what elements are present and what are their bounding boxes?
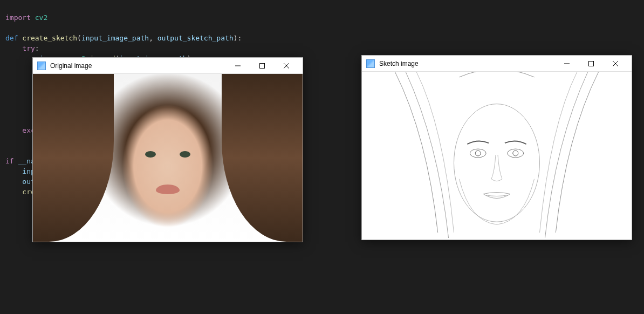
keyword-import: import bbox=[5, 13, 31, 22]
close-button[interactable] bbox=[603, 56, 627, 71]
title-bar[interactable]: Original image bbox=[33, 58, 303, 74]
svg-point-10 bbox=[475, 151, 481, 156]
svg-point-8 bbox=[454, 104, 540, 222]
window-title: Original image bbox=[50, 62, 225, 70]
portrait-photo bbox=[33, 74, 303, 242]
keyword-def: def bbox=[5, 34, 18, 42]
svg-point-9 bbox=[470, 149, 486, 158]
minimize-button[interactable] bbox=[225, 58, 250, 73]
maximize-button[interactable] bbox=[579, 56, 603, 71]
svg-point-12 bbox=[513, 151, 518, 156]
app-icon bbox=[366, 59, 375, 68]
app-icon bbox=[37, 62, 46, 70]
window-sketch-image[interactable]: Sketch image bbox=[361, 55, 632, 240]
svg-rect-1 bbox=[259, 63, 264, 68]
sketch-image-content bbox=[362, 72, 632, 240]
minimize-button[interactable] bbox=[554, 56, 579, 71]
maximize-button[interactable] bbox=[250, 58, 274, 73]
svg-rect-5 bbox=[588, 61, 593, 66]
keyword-try: try bbox=[22, 44, 35, 52]
close-button[interactable] bbox=[274, 58, 298, 73]
portrait-sketch bbox=[362, 72, 632, 240]
fn-create-sketch: create_sketch bbox=[22, 34, 77, 42]
keyword-if: if bbox=[5, 157, 14, 165]
window-original-image[interactable]: Original image bbox=[32, 57, 303, 242]
module-cv2: cv2 bbox=[35, 13, 47, 22]
window-title: Sketch image bbox=[379, 60, 554, 67]
svg-point-11 bbox=[508, 149, 524, 158]
original-image-content bbox=[33, 74, 303, 242]
title-bar[interactable]: Sketch image bbox=[362, 56, 632, 72]
